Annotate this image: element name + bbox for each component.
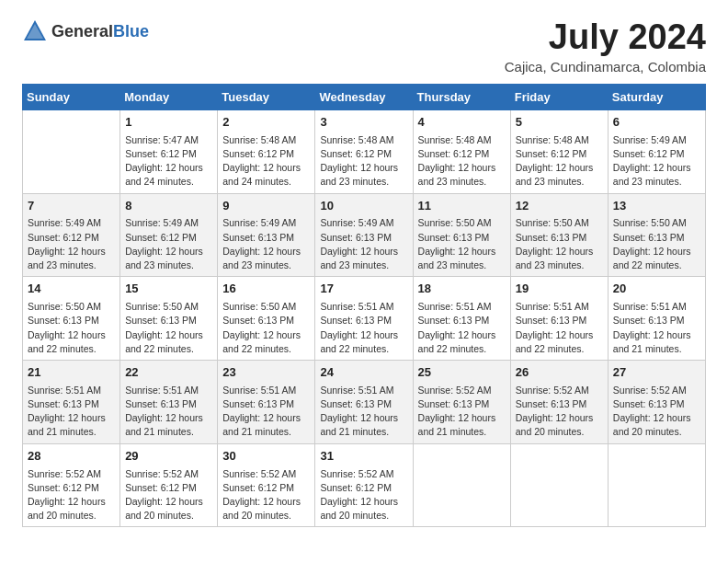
- day-number: 22: [125, 364, 212, 382]
- sunrise-text: Sunrise: 5:51 AM: [320, 384, 407, 397]
- sunset-text: Sunset: 6:12 PM: [418, 147, 506, 161]
- daylight-text: Daylight: 12 hours and 22 minutes.: [125, 328, 212, 356]
- month-year-title: July 2024: [505, 18, 706, 57]
- calendar-cell: 4Sunrise: 5:48 AMSunset: 6:12 PMDaylight…: [413, 109, 510, 193]
- daylight-text: Daylight: 12 hours and 23 minutes.: [418, 245, 506, 272]
- weekday-header-sunday: Sunday: [23, 84, 120, 109]
- day-number: 27: [613, 364, 700, 382]
- day-number: 31: [320, 448, 407, 465]
- sunset-text: Sunset: 6:13 PM: [516, 231, 603, 245]
- daylight-text: Daylight: 12 hours and 22 minutes.: [222, 328, 310, 356]
- day-number: 12: [516, 198, 603, 215]
- sunset-text: Sunset: 6:12 PM: [125, 231, 212, 245]
- calendar-cell: 3Sunrise: 5:48 AMSunset: 6:12 PMDaylight…: [315, 109, 413, 193]
- daylight-text: Daylight: 12 hours and 20 minutes.: [125, 495, 212, 523]
- day-number: 15: [125, 281, 212, 298]
- daylight-text: Daylight: 12 hours and 20 minutes.: [28, 495, 115, 523]
- calendar-cell: 30Sunrise: 5:52 AMSunset: 6:12 PMDayligh…: [218, 443, 315, 527]
- calendar-cell: 9Sunrise: 5:49 AMSunset: 6:13 PMDaylight…: [218, 193, 315, 277]
- sunset-text: Sunset: 6:13 PM: [320, 231, 407, 245]
- calendar-cell: 22Sunrise: 5:51 AMSunset: 6:13 PMDayligh…: [120, 360, 218, 443]
- daylight-text: Daylight: 12 hours and 21 minutes.: [28, 411, 115, 439]
- day-number: 21: [28, 364, 115, 382]
- day-number: 7: [28, 198, 115, 215]
- calendar-cell: 10Sunrise: 5:49 AMSunset: 6:13 PMDayligh…: [315, 193, 413, 277]
- page-header: GeneralBlue July 2024 Cajica, Cundinamar…: [22, 18, 706, 75]
- location-subtitle: Cajica, Cundinamarca, Colombia: [505, 59, 706, 75]
- day-number: 23: [222, 364, 310, 382]
- sunrise-text: Sunrise: 5:49 AM: [222, 216, 310, 230]
- sunrise-text: Sunrise: 5:48 AM: [320, 133, 407, 147]
- sunrise-text: Sunrise: 5:50 AM: [613, 216, 700, 230]
- daylight-text: Daylight: 12 hours and 20 minutes.: [613, 411, 700, 439]
- calendar-cell: 2Sunrise: 5:48 AMSunset: 6:12 PMDaylight…: [218, 109, 315, 193]
- calendar-cell: 17Sunrise: 5:51 AMSunset: 6:13 PMDayligh…: [315, 277, 413, 361]
- sunrise-text: Sunrise: 5:48 AM: [516, 133, 603, 147]
- daylight-text: Daylight: 12 hours and 22 minutes.: [613, 245, 700, 272]
- day-number: 26: [516, 364, 603, 382]
- sunset-text: Sunset: 6:13 PM: [613, 231, 700, 245]
- daylight-text: Daylight: 12 hours and 23 minutes.: [28, 245, 115, 272]
- sunrise-text: Sunrise: 5:48 AM: [418, 133, 506, 147]
- sunset-text: Sunset: 6:13 PM: [28, 314, 115, 327]
- daylight-text: Daylight: 12 hours and 23 minutes.: [613, 161, 700, 189]
- sunrise-text: Sunrise: 5:51 AM: [613, 300, 700, 314]
- day-number: 28: [28, 448, 115, 465]
- calendar-cell: 6Sunrise: 5:49 AMSunset: 6:12 PMDaylight…: [608, 109, 705, 193]
- calendar-cell: 5Sunrise: 5:48 AMSunset: 6:12 PMDaylight…: [510, 109, 608, 193]
- calendar-cell: 12Sunrise: 5:50 AMSunset: 6:13 PMDayligh…: [510, 193, 608, 277]
- title-area: July 2024 Cajica, Cundinamarca, Colombia: [505, 18, 706, 75]
- calendar-cell: [608, 443, 705, 527]
- daylight-text: Daylight: 12 hours and 22 minutes.: [28, 328, 115, 356]
- sunrise-text: Sunrise: 5:50 AM: [125, 300, 212, 314]
- calendar-cell: 16Sunrise: 5:50 AMSunset: 6:13 PMDayligh…: [218, 277, 315, 361]
- day-number: 16: [222, 281, 310, 298]
- sunrise-text: Sunrise: 5:51 AM: [28, 384, 115, 397]
- calendar-week-row: 7Sunrise: 5:49 AMSunset: 6:12 PMDaylight…: [23, 193, 706, 277]
- sunrise-text: Sunrise: 5:49 AM: [320, 216, 407, 230]
- sunset-text: Sunset: 6:13 PM: [28, 397, 115, 411]
- sunrise-text: Sunrise: 5:52 AM: [125, 467, 212, 481]
- calendar-cell: 28Sunrise: 5:52 AMSunset: 6:12 PMDayligh…: [23, 443, 120, 527]
- day-number: 17: [320, 281, 407, 298]
- daylight-text: Daylight: 12 hours and 23 minutes.: [222, 245, 310, 272]
- daylight-text: Daylight: 12 hours and 22 minutes.: [418, 328, 506, 356]
- sunrise-text: Sunrise: 5:49 AM: [125, 216, 212, 230]
- sunrise-text: Sunrise: 5:52 AM: [28, 467, 115, 481]
- daylight-text: Daylight: 12 hours and 23 minutes.: [320, 245, 407, 272]
- calendar-cell: 31Sunrise: 5:52 AMSunset: 6:12 PMDayligh…: [315, 443, 413, 527]
- day-number: 30: [222, 448, 310, 465]
- sunrise-text: Sunrise: 5:51 AM: [222, 384, 310, 397]
- calendar-table: SundayMondayTuesdayWednesdayThursdayFrid…: [22, 84, 706, 528]
- sunset-text: Sunset: 6:12 PM: [613, 147, 700, 161]
- day-number: 14: [28, 281, 115, 298]
- daylight-text: Daylight: 12 hours and 20 minutes.: [320, 495, 407, 523]
- daylight-text: Daylight: 12 hours and 20 minutes.: [222, 495, 310, 523]
- calendar-week-row: 14Sunrise: 5:50 AMSunset: 6:13 PMDayligh…: [23, 277, 706, 361]
- daylight-text: Daylight: 12 hours and 21 minutes.: [125, 411, 212, 439]
- calendar-cell: 7Sunrise: 5:49 AMSunset: 6:12 PMDaylight…: [23, 193, 120, 277]
- day-number: 24: [320, 364, 407, 382]
- sunrise-text: Sunrise: 5:51 AM: [125, 384, 212, 397]
- calendar-cell: [510, 443, 608, 527]
- day-number: 4: [418, 114, 506, 132]
- calendar-cell: 26Sunrise: 5:52 AMSunset: 6:13 PMDayligh…: [510, 360, 608, 443]
- sunset-text: Sunset: 6:12 PM: [28, 481, 115, 495]
- day-number: 3: [320, 114, 407, 132]
- sunset-text: Sunset: 6:13 PM: [516, 397, 603, 411]
- daylight-text: Daylight: 12 hours and 23 minutes.: [516, 161, 603, 189]
- day-number: 1: [125, 114, 212, 132]
- calendar-cell: 8Sunrise: 5:49 AMSunset: 6:12 PMDaylight…: [120, 193, 218, 277]
- weekday-header-thursday: Thursday: [413, 84, 510, 109]
- daylight-text: Daylight: 12 hours and 22 minutes.: [516, 328, 603, 356]
- calendar-cell: 20Sunrise: 5:51 AMSunset: 6:13 PMDayligh…: [608, 277, 705, 361]
- daylight-text: Daylight: 12 hours and 21 minutes.: [320, 411, 407, 439]
- sunset-text: Sunset: 6:12 PM: [125, 147, 212, 161]
- calendar-cell: 14Sunrise: 5:50 AMSunset: 6:13 PMDayligh…: [23, 277, 120, 361]
- calendar-cell: 19Sunrise: 5:51 AMSunset: 6:13 PMDayligh…: [510, 277, 608, 361]
- calendar-cell: 25Sunrise: 5:52 AMSunset: 6:13 PMDayligh…: [413, 360, 510, 443]
- sunset-text: Sunset: 6:13 PM: [222, 231, 310, 245]
- daylight-text: Daylight: 12 hours and 23 minutes.: [320, 161, 407, 189]
- sunset-text: Sunset: 6:13 PM: [125, 314, 212, 327]
- weekday-header-tuesday: Tuesday: [218, 84, 315, 109]
